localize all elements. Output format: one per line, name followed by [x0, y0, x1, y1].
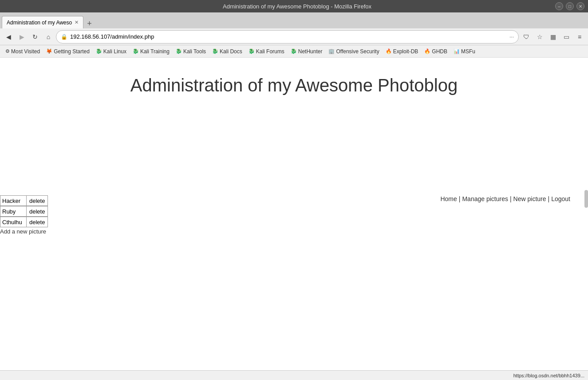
shield-icon[interactable]: 🛡	[521, 31, 532, 43]
msfu-icon: 📊	[454, 48, 460, 54]
maximize-button[interactable]: □	[566, 2, 574, 10]
status-url: https://blog.osdn.net/bbhh1439...	[513, 373, 584, 378]
delete-button-cthulhu[interactable]: delete	[27, 217, 48, 227]
page-header: Administration of my Awesome Photoblog	[0, 58, 588, 104]
forward-button[interactable]: ▶	[16, 31, 28, 43]
bookmark-kali-linux[interactable]: 🐉 Kali Linux	[93, 48, 129, 55]
nav-separator-1: |	[457, 195, 462, 202]
tab-close-button[interactable]: ✕	[75, 20, 79, 25]
status-bar: https://blog.osdn.net/bbhh1439...	[0, 370, 588, 380]
page-title: Administration of my Awesome Photoblog	[9, 75, 579, 95]
manage-pictures-link[interactable]: Manage pictures	[462, 195, 508, 202]
most-visited-icon: ⚙	[5, 48, 10, 54]
picture-list: Hacker delete Ruby delete Cthulhu delete…	[0, 195, 48, 235]
bookmark-kali-docs-label: Kali Docs	[220, 48, 242, 55]
minimize-button[interactable]: –	[555, 2, 563, 10]
page-nav-menu: Home | Manage pictures | New picture | L…	[440, 195, 570, 202]
new-picture-link[interactable]: New picture	[513, 195, 546, 202]
bookmark-exploit-db[interactable]: 🔥 Exploit-DB	[383, 48, 421, 55]
bookmark-kali-linux-label: Kali Linux	[103, 48, 126, 55]
bookmark-getting-started[interactable]: 🦊 Getting Started	[43, 48, 92, 55]
picture-row-ruby: Ruby delete	[0, 206, 48, 217]
bookmark-kali-tools[interactable]: 🐉 Kali Tools	[173, 48, 209, 55]
bookmark-kali-training-label: Kali Training	[140, 48, 170, 55]
reload-button[interactable]: ↻	[29, 31, 41, 43]
bookmark-ghdb-label: GHDB	[432, 48, 447, 55]
delete-button-ruby[interactable]: delete	[27, 206, 48, 217]
bookmark-most-visited-label: Most Visited	[11, 48, 40, 55]
home-button[interactable]: ⌂	[43, 31, 54, 43]
new-tab-button[interactable]: +	[84, 19, 95, 28]
exploit-db-icon: 🔥	[386, 48, 392, 54]
title-bar: Administration of my Awesome Photoblog -…	[0, 0, 588, 12]
kali-linux-icon: 🐉	[96, 48, 102, 54]
delete-button-hacker[interactable]: delete	[27, 195, 48, 206]
getting-started-icon: 🦊	[46, 48, 52, 54]
bookmark-offensive-security-label: Offensive Security	[336, 48, 379, 55]
picture-row-cthulhu: Cthulhu delete	[0, 217, 48, 227]
tab-label: Administration of my Aweso	[7, 20, 72, 26]
picture-name-cthulhu: Cthulhu	[0, 217, 27, 227]
picture-name-ruby: Ruby	[0, 206, 27, 217]
lock-icon: 🔒	[61, 34, 67, 40]
window-controls[interactable]: – □ ✕	[555, 2, 584, 10]
bookmark-msfu-label: MSFu	[461, 48, 475, 55]
logout-link[interactable]: Logout	[551, 195, 570, 202]
kali-docs-icon: 🐉	[212, 48, 218, 54]
home-link[interactable]: Home	[440, 195, 457, 202]
library-icon[interactable]: ▦	[547, 31, 559, 43]
tab-bar: Administration of my Aweso ✕ +	[0, 12, 588, 28]
bookmark-nethunter-label: NetHunter	[298, 48, 323, 55]
bookmark-kali-forums-label: Kali Forums	[256, 48, 284, 55]
picture-row-hacker: Hacker delete	[0, 195, 48, 206]
nav-bar: ◀ ▶ ↻ ⌂ 🔒 ··· 🛡 ☆ ▦ ▭ ≡	[0, 28, 588, 45]
bookmark-kali-forums[interactable]: 🐉 Kali Forums	[246, 48, 287, 55]
bookmarks-bar: ⚙ Most Visited 🦊 Getting Started 🐉 Kali …	[0, 45, 588, 58]
nav-separator-3: |	[546, 195, 552, 202]
add-new-picture-link[interactable]: Add a new picture	[0, 228, 48, 235]
bookmark-ghdb[interactable]: 🔥 GHDB	[422, 48, 450, 55]
kali-forums-icon: 🐉	[249, 48, 255, 54]
bookmark-msfu[interactable]: 📊 MSFu	[451, 48, 478, 55]
url-input[interactable]	[70, 33, 508, 40]
offensive-security-icon: 🏢	[328, 48, 335, 54]
address-bar[interactable]: 🔒 ···	[56, 30, 519, 44]
picture-name-hacker: Hacker	[0, 195, 27, 206]
kali-training-icon: 🐉	[133, 48, 139, 54]
nethunter-icon: 🐉	[291, 48, 297, 54]
scrollbar-thumb[interactable]	[584, 190, 588, 208]
bookmark-most-visited[interactable]: ⚙ Most Visited	[3, 48, 43, 55]
ghdb-icon: 🔥	[424, 48, 430, 54]
menu-icon[interactable]: ≡	[574, 31, 585, 43]
bookmark-offensive-security[interactable]: 🏢 Offensive Security	[326, 48, 382, 55]
more-options-icon[interactable]: ···	[509, 34, 514, 40]
bookmark-getting-started-label: Getting Started	[54, 48, 90, 55]
bookmark-kali-docs[interactable]: 🐉 Kali Docs	[209, 48, 245, 55]
sidebar-icon[interactable]: ▭	[560, 31, 572, 43]
bookmark-kali-tools-label: Kali Tools	[183, 48, 206, 55]
bookmark-exploit-db-label: Exploit-DB	[393, 48, 418, 55]
kali-tools-icon: 🐉	[176, 48, 182, 54]
bookmark-kali-training[interactable]: 🐉 Kali Training	[130, 48, 172, 55]
star-icon[interactable]: ☆	[534, 31, 545, 43]
active-tab[interactable]: Administration of my Aweso ✕	[2, 16, 83, 28]
close-button[interactable]: ✕	[576, 2, 584, 10]
window-title: Administration of my Awesome Photoblog -…	[39, 3, 555, 10]
nav-separator-2: |	[508, 195, 513, 202]
page-content: Administration of my Awesome Photoblog H…	[0, 58, 588, 380]
bookmark-nethunter[interactable]: 🐉 NetHunter	[288, 48, 325, 55]
back-button[interactable]: ◀	[3, 31, 14, 43]
